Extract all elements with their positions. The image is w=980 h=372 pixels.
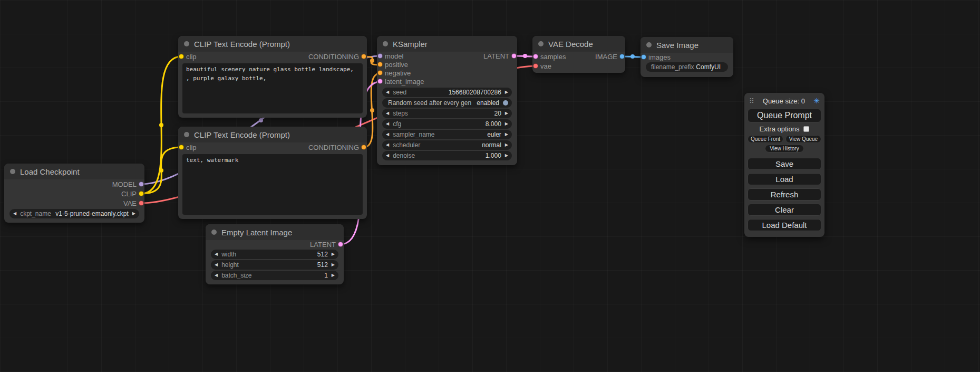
input-slot-label: images xyxy=(648,53,671,61)
height-number-widget[interactable]: ◀ height 512 ▶ xyxy=(211,260,338,270)
queue-front-button[interactable]: Queue Front xyxy=(748,135,783,143)
decrement-arrow-icon[interactable]: ◀ xyxy=(386,90,389,94)
settings-gear-icon[interactable]: ✳ xyxy=(813,97,820,105)
sampler-name-combo-widget[interactable]: ◀ sampler_name euler ▶ xyxy=(382,130,512,139)
node-title-bar[interactable]: CLIP Text Encode (Prompt) xyxy=(178,36,367,52)
output-slot-vae[interactable] xyxy=(139,201,144,206)
load-default-button[interactable]: Load Default xyxy=(748,219,821,231)
node-title-bar[interactable]: VAE Decode xyxy=(532,36,625,52)
widget-name: cfg xyxy=(393,120,401,128)
clear-button[interactable]: Clear xyxy=(748,204,821,216)
output-slot-latent[interactable] xyxy=(511,53,517,59)
drag-handle-icon[interactable]: ⠿ xyxy=(749,97,754,105)
cfg-number-widget[interactable]: ◀ cfg 8.000 ▶ xyxy=(382,119,512,129)
collapse-icon[interactable] xyxy=(538,41,544,46)
node-load-checkpoint[interactable]: Load Checkpoint MODEL CLIP VAE ◀ ckpt_na… xyxy=(4,164,144,223)
increment-arrow-icon[interactable]: ▶ xyxy=(505,143,508,147)
collapse-icon[interactable] xyxy=(10,169,15,174)
input-slot-label: clip xyxy=(186,53,197,61)
output-slot-conditioning[interactable] xyxy=(361,54,366,59)
widget-name: width xyxy=(221,251,236,258)
input-slot-vae[interactable] xyxy=(533,63,538,69)
collapse-icon[interactable] xyxy=(184,41,189,46)
scheduler-combo-widget[interactable]: ◀ scheduler normal ▶ xyxy=(382,140,512,150)
steps-number-widget[interactable]: ◀ steps 20 ▶ xyxy=(382,109,512,118)
node-title-bar[interactable]: CLIP Text Encode (Prompt) xyxy=(178,127,367,142)
decrement-arrow-icon[interactable]: ◀ xyxy=(215,252,218,256)
ckpt-name-combo-widget[interactable]: ◀ ckpt_name v1-5-pruned-emaonly.ckpt ▶ xyxy=(9,209,139,218)
increment-arrow-icon[interactable]: ▶ xyxy=(505,122,508,126)
comfyui-canvas[interactable]: { "colors": { "model": "#B39DDB", "clip"… xyxy=(0,0,980,372)
input-slot-clip[interactable] xyxy=(179,54,184,59)
decrement-arrow-icon[interactable]: ◀ xyxy=(386,143,389,147)
random-seed-toggle-widget[interactable]: Random seed after every gen enabled xyxy=(382,98,512,108)
prompt-textarea[interactable]: beautiful scenery nature glass bottle la… xyxy=(182,63,363,113)
increment-arrow-icon[interactable]: ▶ xyxy=(505,154,508,158)
node-empty-latent-image[interactable]: Empty Latent Image LATENT ◀ width 512 ▶ … xyxy=(206,224,344,284)
increment-arrow-icon[interactable]: ▶ xyxy=(332,263,335,267)
slot-row: model LATENT xyxy=(377,52,517,60)
increment-arrow-icon[interactable]: ▶ xyxy=(505,111,508,116)
input-slot-label: negative xyxy=(385,69,411,77)
output-slot-latent[interactable] xyxy=(338,242,343,247)
save-button[interactable]: Save xyxy=(748,158,821,170)
decrement-arrow-icon[interactable]: ◀ xyxy=(386,111,389,116)
increment-arrow-icon[interactable]: ▶ xyxy=(332,252,335,256)
widget-value: 8.000 xyxy=(486,120,501,128)
collapse-icon[interactable] xyxy=(184,132,189,137)
input-slot-model[interactable] xyxy=(377,53,383,59)
decrement-arrow-icon[interactable]: ◀ xyxy=(386,154,389,158)
node-save-image[interactable]: Save Image images filename_prefix ComfyU… xyxy=(641,37,733,77)
filename-prefix-text-widget[interactable]: filename_prefix ComfyUI xyxy=(646,62,728,72)
increment-arrow-icon[interactable]: ▶ xyxy=(505,132,508,137)
menu-header: ⠿ Queue size: 0 ✳ xyxy=(748,97,821,105)
history-button-row: View History xyxy=(748,145,821,152)
widget-value: v1-5-pruned-emaonly.ckpt xyxy=(55,210,129,217)
view-history-button[interactable]: View History xyxy=(765,145,804,152)
decrement-arrow-icon[interactable]: ◀ xyxy=(13,212,16,216)
prompt-textarea[interactable]: text, watermark xyxy=(182,154,363,215)
decrement-arrow-icon[interactable]: ◀ xyxy=(386,122,389,126)
output-slot-conditioning[interactable] xyxy=(361,145,366,150)
collapse-icon[interactable] xyxy=(211,230,217,235)
input-slot-clip[interactable] xyxy=(179,145,184,150)
collapse-icon[interactable] xyxy=(646,42,652,47)
node-title-bar[interactable]: Empty Latent Image xyxy=(206,224,344,240)
decrement-arrow-icon[interactable]: ◀ xyxy=(386,132,389,137)
increment-arrow-icon[interactable]: ▶ xyxy=(505,90,508,94)
increment-arrow-icon[interactable]: ▶ xyxy=(132,212,135,216)
node-vae-decode[interactable]: VAE Decode samples IMAGE vae xyxy=(532,36,625,73)
width-number-widget[interactable]: ◀ width 512 ▶ xyxy=(211,250,338,259)
node-ksampler[interactable]: KSampler model LATENT positive negative … xyxy=(377,36,517,165)
input-slot-positive[interactable] xyxy=(377,62,383,67)
node-title-bar[interactable]: KSampler xyxy=(377,36,517,52)
extra-options-checkbox[interactable] xyxy=(803,126,809,132)
input-slot-images[interactable] xyxy=(641,54,646,60)
input-slot-latent-image[interactable] xyxy=(377,79,383,84)
node-clip-text-encode-positive[interactable]: CLIP Text Encode (Prompt) clip CONDITION… xyxy=(178,36,367,118)
output-slot-clip[interactable] xyxy=(139,191,144,196)
batch-size-number-widget[interactable]: ◀ batch_size 1 ▶ xyxy=(211,271,338,280)
view-queue-button[interactable]: View Queue xyxy=(785,135,821,143)
input-slot-negative[interactable] xyxy=(377,70,383,75)
output-slot-image[interactable] xyxy=(619,54,625,59)
output-slot-model[interactable] xyxy=(139,182,144,187)
widget-value: 20 xyxy=(494,110,501,117)
increment-arrow-icon[interactable]: ▶ xyxy=(332,273,335,278)
queue-prompt-button[interactable]: Queue Prompt xyxy=(748,109,821,122)
slot-row: LATENT xyxy=(206,240,344,249)
collapse-icon[interactable] xyxy=(383,41,388,46)
toggle-on-icon[interactable] xyxy=(503,100,508,106)
denoise-number-widget[interactable]: ◀ denoise 1.000 ▶ xyxy=(382,151,512,160)
node-title-bar[interactable]: Save Image xyxy=(641,37,733,53)
widget-value: 1.000 xyxy=(486,152,501,159)
refresh-button[interactable]: Refresh xyxy=(748,188,821,201)
input-slot-samples[interactable] xyxy=(533,54,538,59)
load-button[interactable]: Load xyxy=(748,173,821,185)
slot-row: MODEL xyxy=(4,179,144,189)
decrement-arrow-icon[interactable]: ◀ xyxy=(215,263,218,267)
decrement-arrow-icon[interactable]: ◀ xyxy=(215,273,218,278)
node-clip-text-encode-negative[interactable]: CLIP Text Encode (Prompt) clip CONDITION… xyxy=(178,127,367,219)
node-title-bar[interactable]: Load Checkpoint xyxy=(4,164,144,179)
seed-number-widget[interactable]: ◀ seed 156680208700286 ▶ xyxy=(382,88,512,97)
